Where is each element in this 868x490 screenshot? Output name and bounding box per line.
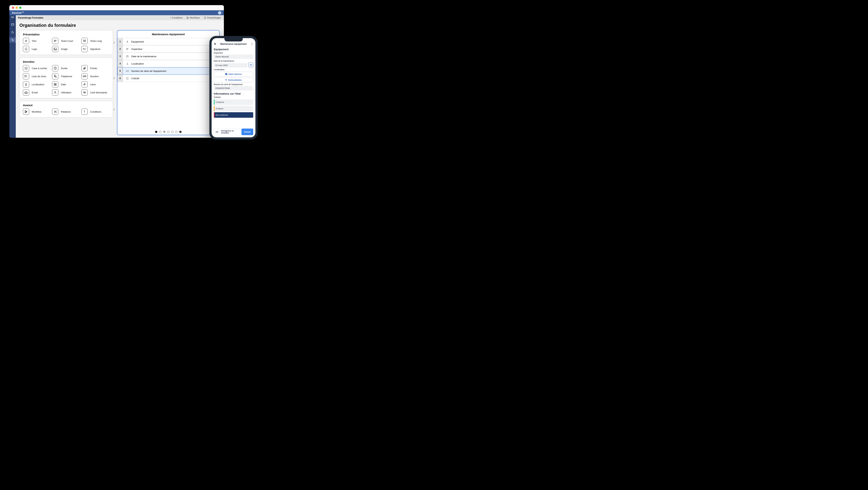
address-button[interactable]: +Saisir l'adresse [214,72,253,76]
signature-icon [82,46,88,52]
check-icon [126,77,129,80]
ribbon-actions: !Conditions Workflows Paramétrages [167,15,224,20]
widget-phone[interactable]: Téléphone [52,73,80,80]
pager-dot[interactable] [171,131,174,133]
save-draft-button[interactable]: Enregistrer en brouillon [221,128,240,135]
lines-icon [126,48,129,50]
letter-a-icon [23,38,29,44]
form-row[interactable]: 2Inspecteur [117,45,219,53]
number-icon: 123 [126,70,129,72]
calendar-icon [126,55,129,58]
widget-long-text[interactable]: Texte Long [82,38,110,44]
widget-palette: Présentation Titre Texte Court Texte Lon… [20,30,113,135]
pager-dot[interactable] [159,131,161,133]
widget-image[interactable]: Image [52,46,80,52]
dropdown-list-icon [82,89,88,96]
crit-option-conforme[interactable]: Conforme [214,99,253,105]
widget-location[interactable]: Localisation [23,81,51,88]
svg-point-22 [55,49,55,49]
svg-point-26 [25,76,25,77]
crit-option-reparer[interactable]: A réparer [214,106,253,111]
pager-dot-active[interactable] [163,131,165,133]
phone-icon [52,73,58,80]
svg-rect-50 [250,64,252,66]
widget-workflow[interactable]: Workflow [23,109,51,115]
widget-logo[interactable]: Logo [23,46,51,52]
chevron-right-icon[interactable]: ❯ [113,41,115,44]
sidebar-item-builder[interactable] [9,37,16,42]
widget-dropdown[interactable]: Liste déroulante [82,89,110,96]
widget-relations[interactable]: Relations [52,109,80,115]
widget-conditions[interactable]: !Conditions [82,109,110,115]
geolocate-button[interactable]: Géolocalisation [214,78,253,82]
svg-rect-1 [12,17,13,17]
form-row[interactable]: 6Criticité [117,74,219,82]
palette-advanced: Avancé Workflow Relations !Conditions ❯ [20,101,113,118]
apps-grid-icon[interactable] [9,15,16,20]
pager-add-icon[interactable]: + [179,131,182,133]
sidebar-item-table[interactable] [9,22,16,27]
svg-rect-4 [12,18,13,18]
conditions-tab[interactable]: !Conditions [170,17,183,19]
text-long-icon [82,38,88,44]
svg-rect-23 [25,67,27,69]
widget-checkbox[interactable]: Case à cocher [23,65,51,71]
svg-rect-2 [13,17,14,17]
next-button[interactable]: Suivant [242,128,253,135]
section-state: Informations sur l'état [214,92,253,95]
form-row[interactable]: 1Equipement [117,38,219,45]
close-icon[interactable]: ✕ [214,42,216,45]
pager-dot[interactable] [167,131,169,133]
workflows-tab[interactable]: Workflows [187,17,200,19]
pager-dot[interactable] [175,131,178,133]
shuffle-icon [52,109,58,115]
page-indicator[interactable]: 1/2 [214,128,220,135]
sidebar-item-chart[interactable] [9,30,16,35]
image-icon [52,46,58,52]
chevron-right-icon[interactable]: ❯ [113,108,115,111]
input-date[interactable]: 13 mars 2023 [214,63,247,67]
widget-user[interactable]: Utilisateur [52,89,80,96]
widget-number[interactable]: 123Nombre [82,73,110,80]
brand-logo: DaxiumAir [12,11,24,14]
phone-footer: 1/2 Enregistrer en brouillon Suivant [212,127,255,137]
input-serial[interactable]: 2353452978546 [214,86,253,90]
window-min-dot[interactable] [16,7,18,9]
settings-tab[interactable]: Paramétrages [204,17,221,19]
widget-short-text[interactable]: Texte Court [52,38,80,44]
avatar-icon[interactable] [218,11,221,14]
svg-rect-42 [26,111,27,113]
app-titlebar: DaxiumAir [9,10,224,15]
widget-links[interactable]: Liens [82,81,110,88]
svg-rect-41 [25,112,26,113]
widget-signature[interactable]: Signature [82,46,110,52]
pager-remove-icon[interactable]: − [155,131,157,133]
widget-duration[interactable]: Durée [52,65,80,71]
calendar-button[interactable] [248,63,253,67]
widget-choice-list[interactable]: Liste de choix [23,73,51,80]
svg-rect-12 [12,39,13,40]
widget-date[interactable]: Date [52,81,80,88]
window-max-dot[interactable] [19,7,22,9]
more-icon[interactable]: ⋮ [251,42,253,45]
widget-file[interactable]: Fichier [82,65,110,71]
widget-title[interactable]: Titre [23,38,51,44]
link-icon [82,81,88,88]
window-close-dot[interactable] [12,7,14,9]
form-row-selected[interactable]: 5123Numéro de série de l'équipement [117,67,219,74]
palette-presentation: Présentation Titre Texte Court Texte Lon… [20,30,113,55]
widget-email[interactable]: Email [23,89,51,96]
page-title: Organisation du formulaire [20,23,220,28]
phone-title: Maintenance équipement [220,43,246,45]
svg-rect-0 [11,17,12,17]
form-row[interactable]: 4Localisation [117,60,219,67]
chevron-right-icon[interactable]: ❯ [113,76,115,79]
phone-screen: ✕ Maintenance équipement ⋮ Equipement In… [212,38,255,137]
exclaim-icon: ! [82,109,88,115]
card-title-advanced: Avancé [23,103,110,107]
card-title-presentation: Présentation [23,33,110,36]
svg-rect-49 [126,78,128,79]
crit-option-nonconforme[interactable]: Non-conforme [214,112,253,118]
input-inspector[interactable]: Olivier Maroulit [214,55,253,59]
form-row[interactable]: 3Date de la maintenance [117,53,219,60]
